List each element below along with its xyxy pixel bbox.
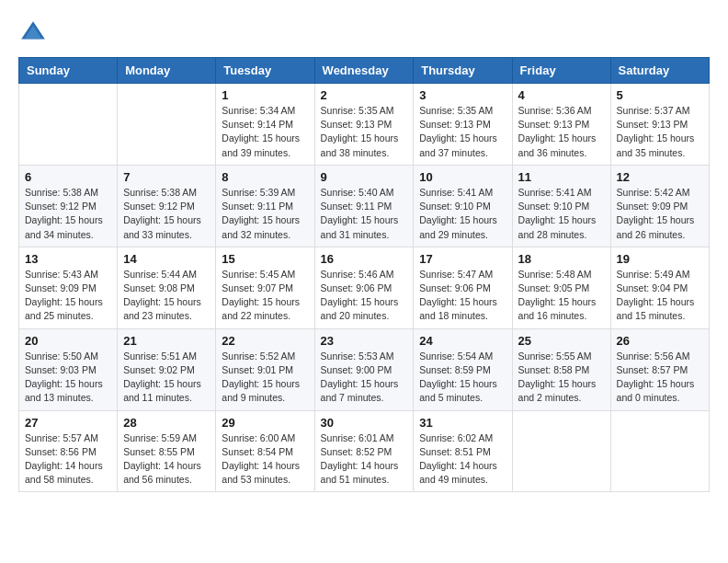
day-detail: Sunrise: 5:41 AM Sunset: 9:10 PM Dayligh… <box>518 186 605 242</box>
day-number: 28 <box>123 416 210 430</box>
day-detail: Sunrise: 5:59 AM Sunset: 8:55 PM Dayligh… <box>123 431 210 488</box>
calendar-week-row: 1Sunrise: 5:34 AM Sunset: 9:14 PM Daylig… <box>19 84 710 166</box>
day-number: 25 <box>518 334 605 348</box>
day-number: 11 <box>518 170 605 184</box>
calendar-day-10: 10Sunrise: 5:41 AM Sunset: 9:10 PM Dayli… <box>414 165 512 247</box>
day-number: 18 <box>518 252 605 266</box>
calendar-day-4: 4Sunrise: 5:36 AM Sunset: 9:13 PM Daylig… <box>512 84 610 166</box>
calendar-empty-cell <box>610 410 709 492</box>
day-detail: Sunrise: 5:44 AM Sunset: 9:08 PM Dayligh… <box>123 268 210 324</box>
weekday-header-friday: Friday <box>512 58 610 84</box>
calendar-day-27: 27Sunrise: 5:57 AM Sunset: 8:56 PM Dayli… <box>19 410 118 492</box>
weekday-header-monday: Monday <box>118 58 216 84</box>
day-number: 14 <box>123 252 210 266</box>
calendar-day-24: 24Sunrise: 5:54 AM Sunset: 8:59 PM Dayli… <box>414 328 512 410</box>
day-number: 1 <box>222 88 308 102</box>
day-number: 21 <box>123 334 210 348</box>
calendar-day-30: 30Sunrise: 6:01 AM Sunset: 8:52 PM Dayli… <box>314 410 414 492</box>
calendar-day-17: 17Sunrise: 5:47 AM Sunset: 9:06 PM Dayli… <box>414 247 512 328</box>
day-number: 9 <box>321 170 408 184</box>
day-number: 30 <box>321 416 408 430</box>
calendar-day-21: 21Sunrise: 5:51 AM Sunset: 9:02 PM Dayli… <box>118 328 216 410</box>
day-number: 17 <box>419 252 506 266</box>
day-detail: Sunrise: 5:54 AM Sunset: 8:59 PM Dayligh… <box>419 350 506 406</box>
calendar-day-15: 15Sunrise: 5:45 AM Sunset: 9:07 PM Dayli… <box>216 247 314 328</box>
day-number: 26 <box>617 334 703 348</box>
day-number: 16 <box>321 252 408 266</box>
day-number: 23 <box>321 334 408 348</box>
calendar-table: SundayMondayTuesdayWednesdayThursdayFrid… <box>18 57 710 492</box>
weekday-header-row: SundayMondayTuesdayWednesdayThursdayFrid… <box>19 58 710 84</box>
day-detail: Sunrise: 5:34 AM Sunset: 9:14 PM Dayligh… <box>222 104 308 160</box>
calendar-day-18: 18Sunrise: 5:48 AM Sunset: 9:05 PM Dayli… <box>512 247 610 328</box>
day-detail: Sunrise: 6:01 AM Sunset: 8:52 PM Dayligh… <box>321 431 408 488</box>
weekday-header-sunday: Sunday <box>19 58 118 84</box>
calendar-day-31: 31Sunrise: 6:02 AM Sunset: 8:51 PM Dayli… <box>414 410 512 492</box>
day-number: 22 <box>222 334 308 348</box>
calendar-day-6: 6Sunrise: 5:38 AM Sunset: 9:12 PM Daylig… <box>19 165 118 247</box>
calendar-day-28: 28Sunrise: 5:59 AM Sunset: 8:55 PM Dayli… <box>118 410 216 492</box>
day-number: 8 <box>222 170 308 184</box>
calendar-day-29: 29Sunrise: 6:00 AM Sunset: 8:54 PM Dayli… <box>216 410 314 492</box>
day-detail: Sunrise: 5:36 AM Sunset: 9:13 PM Dayligh… <box>518 104 605 160</box>
day-number: 15 <box>222 252 308 266</box>
calendar-day-16: 16Sunrise: 5:46 AM Sunset: 9:06 PM Dayli… <box>314 247 414 328</box>
page-header <box>18 18 710 48</box>
calendar-day-23: 23Sunrise: 5:53 AM Sunset: 9:00 PM Dayli… <box>314 328 414 410</box>
calendar-day-25: 25Sunrise: 5:55 AM Sunset: 8:58 PM Dayli… <box>512 328 610 410</box>
weekday-header-tuesday: Tuesday <box>216 58 314 84</box>
calendar-week-row: 27Sunrise: 5:57 AM Sunset: 8:56 PM Dayli… <box>19 410 710 492</box>
day-detail: Sunrise: 5:47 AM Sunset: 9:06 PM Dayligh… <box>419 268 506 324</box>
day-detail: Sunrise: 5:43 AM Sunset: 9:09 PM Dayligh… <box>25 268 111 324</box>
day-detail: Sunrise: 5:35 AM Sunset: 9:13 PM Dayligh… <box>321 104 408 160</box>
calendar-day-9: 9Sunrise: 5:40 AM Sunset: 9:11 PM Daylig… <box>314 165 414 247</box>
day-number: 7 <box>123 170 210 184</box>
day-detail: Sunrise: 5:55 AM Sunset: 8:58 PM Dayligh… <box>518 350 605 406</box>
day-detail: Sunrise: 5:57 AM Sunset: 8:56 PM Dayligh… <box>25 431 111 488</box>
day-number: 5 <box>617 88 703 102</box>
calendar-day-3: 3Sunrise: 5:35 AM Sunset: 9:13 PM Daylig… <box>414 84 512 166</box>
day-detail: Sunrise: 5:40 AM Sunset: 9:11 PM Dayligh… <box>321 186 408 242</box>
day-number: 24 <box>419 334 506 348</box>
calendar-day-13: 13Sunrise: 5:43 AM Sunset: 9:09 PM Dayli… <box>19 247 118 328</box>
calendar-empty-cell <box>118 84 216 166</box>
calendar-day-8: 8Sunrise: 5:39 AM Sunset: 9:11 PM Daylig… <box>216 165 314 247</box>
weekday-header-wednesday: Wednesday <box>314 58 414 84</box>
calendar-day-19: 19Sunrise: 5:49 AM Sunset: 9:04 PM Dayli… <box>610 247 709 328</box>
calendar-empty-cell <box>19 84 118 166</box>
day-detail: Sunrise: 5:49 AM Sunset: 9:04 PM Dayligh… <box>617 268 703 324</box>
day-number: 6 <box>25 170 111 184</box>
day-number: 12 <box>617 170 703 184</box>
weekday-header-saturday: Saturday <box>610 58 709 84</box>
day-detail: Sunrise: 5:38 AM Sunset: 9:12 PM Dayligh… <box>123 186 210 242</box>
calendar-day-11: 11Sunrise: 5:41 AM Sunset: 9:10 PM Dayli… <box>512 165 610 247</box>
calendar-day-20: 20Sunrise: 5:50 AM Sunset: 9:03 PM Dayli… <box>19 328 118 410</box>
day-number: 3 <box>419 88 506 102</box>
day-detail: Sunrise: 5:53 AM Sunset: 9:00 PM Dayligh… <box>321 350 408 406</box>
calendar-day-26: 26Sunrise: 5:56 AM Sunset: 8:57 PM Dayli… <box>610 328 709 410</box>
day-detail: Sunrise: 5:48 AM Sunset: 9:05 PM Dayligh… <box>518 268 605 324</box>
calendar-day-5: 5Sunrise: 5:37 AM Sunset: 9:13 PM Daylig… <box>610 84 709 166</box>
calendar-week-row: 20Sunrise: 5:50 AM Sunset: 9:03 PM Dayli… <box>19 328 710 410</box>
day-number: 19 <box>617 252 703 266</box>
day-number: 2 <box>321 88 408 102</box>
calendar-empty-cell <box>512 410 610 492</box>
day-detail: Sunrise: 5:42 AM Sunset: 9:09 PM Dayligh… <box>617 186 703 242</box>
day-detail: Sunrise: 5:50 AM Sunset: 9:03 PM Dayligh… <box>25 350 111 406</box>
logo <box>18 18 51 48</box>
calendar-day-1: 1Sunrise: 5:34 AM Sunset: 9:14 PM Daylig… <box>216 84 314 166</box>
calendar-day-14: 14Sunrise: 5:44 AM Sunset: 9:08 PM Dayli… <box>118 247 216 328</box>
day-detail: Sunrise: 5:41 AM Sunset: 9:10 PM Dayligh… <box>419 186 506 242</box>
calendar-day-2: 2Sunrise: 5:35 AM Sunset: 9:13 PM Daylig… <box>314 84 414 166</box>
day-number: 27 <box>25 416 111 430</box>
day-detail: Sunrise: 5:39 AM Sunset: 9:11 PM Dayligh… <box>222 186 308 242</box>
day-number: 13 <box>25 252 111 266</box>
day-number: 29 <box>222 416 308 430</box>
day-detail: Sunrise: 5:45 AM Sunset: 9:07 PM Dayligh… <box>222 268 308 324</box>
day-detail: Sunrise: 6:00 AM Sunset: 8:54 PM Dayligh… <box>222 431 308 488</box>
day-detail: Sunrise: 5:38 AM Sunset: 9:12 PM Dayligh… <box>25 186 111 242</box>
day-number: 20 <box>25 334 111 348</box>
calendar-week-row: 13Sunrise: 5:43 AM Sunset: 9:09 PM Dayli… <box>19 247 710 328</box>
day-detail: Sunrise: 5:52 AM Sunset: 9:01 PM Dayligh… <box>222 350 308 406</box>
calendar-day-22: 22Sunrise: 5:52 AM Sunset: 9:01 PM Dayli… <box>216 328 314 410</box>
